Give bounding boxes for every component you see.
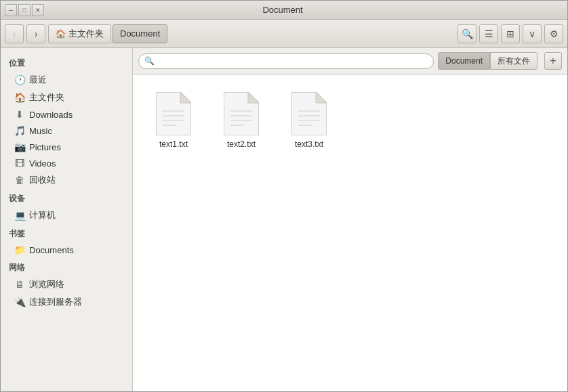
sidebar-item-downloads[interactable]: ⬇ Downloads (1, 106, 132, 123)
music-icon: 🎵 (14, 125, 25, 136)
search-icon: 🔍 (462, 28, 473, 39)
sidebar-item-videos[interactable]: 🎞 Videos (1, 155, 132, 171)
file-icon-1 (156, 92, 191, 135)
svg-marker-7 (248, 92, 259, 103)
sidebar-item-connect-server[interactable]: 🔌 连接到服务器 (1, 293, 132, 311)
sidebar-item-browse-network-label: 浏览网络 (29, 278, 64, 290)
list-item[interactable]: text1.txt (146, 88, 201, 153)
trash-icon: 🗑 (14, 175, 25, 186)
browse-network-icon: 🖥 (14, 279, 25, 290)
settings-icon: ⚙ (550, 28, 559, 39)
content-area: 🔍 Document 所有文件 + (133, 48, 567, 391)
sidebar-item-videos-label: Videos (29, 158, 56, 169)
search-input[interactable] (157, 56, 428, 66)
computer-icon: 💻 (14, 210, 25, 221)
file-name-2: text2.txt (227, 139, 256, 149)
sidebar-item-home-label: 主文件夹 (29, 91, 64, 104)
videos-icon: 🎞 (14, 158, 25, 169)
settings-button[interactable]: ⚙ (544, 24, 563, 43)
sidebar-item-computer[interactable]: 💻 计算机 (1, 206, 132, 224)
home-breadcrumb[interactable]: 🏠 主文件夹 (48, 24, 111, 43)
svg-marker-1 (180, 92, 191, 103)
sidebar-item-computer-label: 计算机 (29, 209, 56, 221)
filter-buttons: Document 所有文件 (438, 52, 537, 70)
search-input-icon: 🔍 (144, 56, 155, 66)
breadcrumb: 🏠 主文件夹 Document (48, 24, 455, 43)
main-area: 位置 🕐 最近 🏠 主文件夹 ⬇ Downloads 🎵 Music 📷 Pic… (1, 48, 567, 391)
downloads-icon: ⬇ (14, 109, 25, 120)
file-name-1: text1.txt (159, 139, 188, 149)
pictures-icon: 📷 (14, 141, 25, 152)
list-item[interactable]: text2.txt (214, 88, 268, 153)
sidebar-item-home[interactable]: 🏠 主文件夹 (1, 89, 132, 106)
grid-view-button[interactable]: ⊞ (501, 24, 520, 43)
titlebar: ─ □ ✕ Document (1, 1, 567, 20)
sidebar-section-network: 网络 (1, 258, 132, 276)
file-name-3: text3.txt (295, 139, 323, 149)
sidebar-item-pictures-label: Pictures (29, 142, 61, 152)
connect-server-icon: 🔌 (14, 297, 25, 307)
back-icon: ‹ (13, 28, 16, 39)
close-button[interactable]: ✕ (32, 4, 44, 16)
minimize-button[interactable]: ─ (5, 4, 17, 16)
list-item[interactable]: text3.txt (282, 88, 336, 153)
window-title: Document (44, 5, 521, 15)
filter-document-button[interactable]: Document (438, 52, 490, 70)
main-window: ─ □ ✕ Document ‹ › 🏠 主文件夹 Document 🔍 (0, 0, 568, 392)
add-filter-button[interactable]: + (544, 52, 562, 70)
filter-all-files-button[interactable]: 所有文件 (490, 52, 537, 70)
sidebar-item-music-label: Music (29, 126, 52, 136)
toolbar-right: 🔍 ☰ ⊞ ∨ ⚙ (458, 24, 563, 43)
toolbar: ‹ › 🏠 主文件夹 Document 🔍 ☰ ⊞ ∨ (1, 20, 567, 48)
sidebar: 位置 🕐 最近 🏠 主文件夹 ⬇ Downloads 🎵 Music 📷 Pic… (1, 48, 133, 391)
maximize-button[interactable]: □ (18, 4, 31, 16)
sort-button[interactable]: ∨ (523, 24, 542, 43)
sidebar-item-browse-network[interactable]: 🖥 浏览网络 (1, 276, 132, 293)
grid-view-icon: ⊞ (506, 28, 514, 39)
sidebar-item-connect-server-label: 连接到服务器 (29, 296, 82, 308)
sidebar-item-pictures[interactable]: 📷 Pictures (1, 139, 132, 155)
window-controls: ─ □ ✕ (5, 4, 44, 16)
sidebar-item-trash-label: 回收站 (29, 174, 56, 186)
sidebar-item-downloads-label: Downloads (29, 110, 73, 120)
sidebar-item-recent-label: 最近 (29, 74, 47, 86)
search-bar: 🔍 Document 所有文件 + (133, 48, 567, 74)
document-breadcrumb-label: Document (120, 28, 160, 39)
file-grid: text1.txt text2.txt (133, 74, 567, 391)
sidebar-section-bookmarks: 书签 (1, 224, 132, 242)
forward-button[interactable]: › (26, 24, 45, 43)
sidebar-item-documents[interactable]: 📁 Documents (1, 242, 132, 258)
svg-marker-13 (316, 92, 327, 103)
home-breadcrumb-label: 主文件夹 (68, 28, 104, 40)
search-button[interactable]: 🔍 (458, 24, 476, 43)
sidebar-item-music[interactable]: 🎵 Music (1, 123, 132, 139)
document-breadcrumb[interactable]: Document (113, 24, 167, 43)
sidebar-item-recent[interactable]: 🕐 最近 (1, 71, 132, 89)
documents-icon: 📁 (14, 244, 25, 255)
search-input-wrapper[interactable]: 🔍 (138, 53, 434, 69)
sidebar-item-trash[interactable]: 🗑 回收站 (1, 171, 132, 189)
list-view-button[interactable]: ☰ (479, 24, 498, 43)
file-icon-3 (291, 92, 327, 135)
sidebar-section-location: 位置 (1, 53, 132, 71)
recent-icon: 🕐 (14, 74, 25, 85)
back-button[interactable]: ‹ (5, 24, 24, 43)
home-icon: 🏠 (14, 92, 25, 103)
sidebar-section-devices: 设备 (1, 189, 132, 206)
forward-icon: › (35, 28, 38, 39)
file-icon-2 (224, 92, 259, 135)
list-view-icon: ☰ (485, 28, 493, 39)
home-icon: 🏠 (56, 29, 66, 39)
sort-icon: ∨ (529, 28, 535, 39)
sidebar-item-documents-label: Documents (29, 245, 74, 255)
